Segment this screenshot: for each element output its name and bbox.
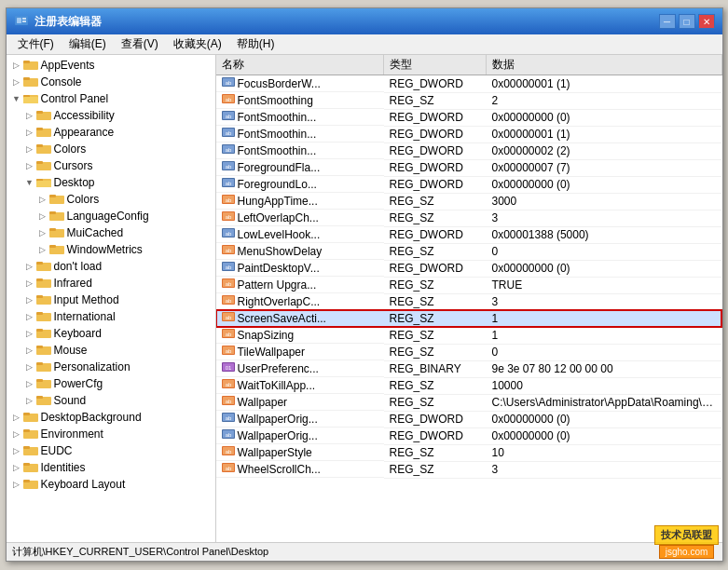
tree-item-appearance[interactable]: ▷ Appearance <box>7 124 215 141</box>
expander-languageconfig[interactable]: ▷ <box>36 210 49 223</box>
table-row[interactable]: abWallpaperStyleREG_SZ10 <box>216 444 722 461</box>
expander-international[interactable]: ▷ <box>23 310 36 323</box>
expander-appearance[interactable]: ▷ <box>23 126 36 139</box>
tree-item-eudc[interactable]: ▷ EUDC <box>7 442 215 459</box>
tree-item-colors[interactable]: ▷ Colors <box>7 141 215 157</box>
table-row[interactable]: abSnapSizingREG_SZ1 <box>216 327 722 344</box>
registry-values-panel[interactable]: 名称 类型 数据 abFocusBorderW...REG_DWORD0x000… <box>216 55 722 542</box>
col-type[interactable]: 类型 <box>384 55 487 75</box>
tree-item-controlpanel[interactable]: ▼ Control Panel <box>7 90 215 107</box>
expander-colors[interactable]: ▷ <box>23 142 36 156</box>
tree-item-international[interactable]: ▷ International <box>7 308 215 325</box>
table-row[interactable]: abMenuShowDelayREG_SZ0 <box>216 243 722 260</box>
expander-sound[interactable]: ▷ <box>23 394 36 407</box>
table-row[interactable]: abForegroundLo...REG_DWORD0x00000000 (0) <box>216 176 722 193</box>
expander-desktopcolors[interactable]: ▷ <box>36 193 49 206</box>
table-row[interactable]: abRightOverlapC...REG_SZ3 <box>216 293 722 310</box>
table-row[interactable]: abFocusBorderW...REG_DWORD0x00000001 (1) <box>216 75 722 93</box>
tree-item-powercfg[interactable]: ▷ PowerCfg <box>7 375 215 392</box>
table-row[interactable]: abWallpaperREG_SZC:\Users\Administrator\… <box>216 394 722 411</box>
tree-item-console[interactable]: ▷ Console <box>7 74 215 90</box>
reg-type: REG_SZ <box>384 293 487 310</box>
tree-item-muicached[interactable]: ▷ MuiCached <box>7 224 215 241</box>
expander-appevents[interactable]: ▷ <box>10 59 23 72</box>
expander-keyboardlayout[interactable]: ▷ <box>10 478 23 491</box>
col-name[interactable]: 名称 <box>216 55 384 75</box>
expander-environment[interactable]: ▷ <box>10 428 23 441</box>
expander-personalization[interactable]: ▷ <box>23 360 36 373</box>
table-row[interactable]: abWallpaperOrig...REG_DWORD0x00000000 (0… <box>216 411 722 428</box>
tree-item-desktop[interactable]: ▼ Desktop <box>7 174 215 191</box>
svg-rect-2 <box>22 18 26 20</box>
expander-muicached[interactable]: ▷ <box>36 226 49 239</box>
table-row[interactable]: abForegroundFla...REG_DWORD0x00000007 (7… <box>216 159 722 176</box>
table-row[interactable]: abScreenSaveActi...REG_SZ1 <box>216 310 722 327</box>
tree-item-sound[interactable]: ▷ Sound <box>7 392 215 409</box>
tree-item-inputmethod[interactable]: ▷ Input Method <box>7 292 215 308</box>
table-row[interactable]: 01UserPreferenc...REG_BINARY9e 3e 07 80 … <box>216 360 722 377</box>
close-button[interactable]: ✕ <box>698 14 715 29</box>
tree-item-keyboard[interactable]: ▷ Keyboard <box>7 325 215 342</box>
registry-tree[interactable]: ▷ AppEvents▷ Console▼ Control Panel▷ Acc… <box>7 55 216 542</box>
tree-item-languageconfig[interactable]: ▷ LanguageConfig <box>7 208 215 224</box>
tree-item-desktopcolors[interactable]: ▷ Colors <box>7 191 215 208</box>
tree-item-cursors[interactable]: ▷ Cursors <box>7 157 215 174</box>
expander-accessibility[interactable]: ▷ <box>23 109 36 122</box>
tree-item-identities[interactable]: ▷ Identities <box>7 459 215 476</box>
table-row[interactable]: abWheelScrollCh...REG_SZ3 <box>216 461 722 478</box>
tree-label-languageconfig: LanguageConfig <box>67 210 149 223</box>
table-row[interactable]: abHungAppTime...REG_SZ3000 <box>216 193 722 210</box>
table-row[interactable]: abWallpaperOrig...REG_DWORD0x00000000 (0… <box>216 428 722 444</box>
table-row[interactable]: abLowLevelHook...REG_DWORD0x00001388 (50… <box>216 226 722 243</box>
menu-view[interactable]: 查看(V) <box>114 34 166 54</box>
table-row[interactable]: abWaitToKillApp...REG_SZ10000 <box>216 377 722 394</box>
tree-item-personalization[interactable]: ▷ Personalization <box>7 359 215 375</box>
table-row[interactable]: abLeftOverlapCh...REG_SZ3 <box>216 210 722 226</box>
expander-eudc[interactable]: ▷ <box>10 444 23 457</box>
reg-data: 0x00000000 (0) <box>487 109 722 126</box>
reg-type: REG_DWORD <box>384 428 487 444</box>
expander-keyboard[interactable]: ▷ <box>23 327 36 340</box>
expander-powercfg[interactable]: ▷ <box>23 377 36 390</box>
minimize-button[interactable]: ─ <box>659 14 676 29</box>
expander-dontload[interactable]: ▷ <box>23 260 36 273</box>
svg-rect-51 <box>23 429 30 432</box>
expander-windowmetrics[interactable]: ▷ <box>36 243 49 256</box>
tree-item-windowmetrics[interactable]: ▷ WindowMetrics <box>7 241 215 258</box>
menu-edit[interactable]: 编辑(E) <box>62 34 114 54</box>
svg-rect-55 <box>23 463 30 466</box>
tree-item-dontload[interactable]: ▷ don't load <box>7 258 215 275</box>
expander-infrared[interactable]: ▷ <box>23 277 36 290</box>
maximize-button[interactable]: □ <box>679 14 695 29</box>
expander-inputmethod[interactable]: ▷ <box>23 293 36 306</box>
menu-help[interactable]: 帮助(H) <box>229 34 282 54</box>
expander-console[interactable]: ▷ <box>10 75 23 88</box>
tree-item-environment[interactable]: ▷ Environment <box>7 426 215 442</box>
menu-favorites[interactable]: 收藏夹(A) <box>166 34 229 54</box>
reg-icon: ab <box>222 76 235 90</box>
table-row[interactable]: abFontSmoothin...REG_DWORD0x00000000 (0) <box>216 109 722 126</box>
expander-desktop[interactable]: ▼ <box>23 176 36 189</box>
table-row[interactable]: abTileWallpaperREG_SZ0 <box>216 344 722 360</box>
tree-item-mouse[interactable]: ▷ Mouse <box>7 342 215 359</box>
expander-mouse[interactable]: ▷ <box>23 344 36 357</box>
tree-item-appevents[interactable]: ▷ AppEvents <box>7 57 215 74</box>
col-data[interactable]: 数据 <box>487 55 722 75</box>
table-row[interactable]: abFontSmoothin...REG_DWORD0x00000001 (1) <box>216 126 722 142</box>
table-row[interactable]: abFontSmoothin...REG_DWORD0x00000002 (2) <box>216 142 722 159</box>
table-row[interactable]: abPattern Upgra...REG_SZTRUE <box>216 277 722 293</box>
tree-label-infrared: Infrared <box>54 277 92 290</box>
table-row[interactable]: abFontSmoothingREG_SZ2 <box>216 92 722 109</box>
tree-item-infrared[interactable]: ▷ Infrared <box>7 275 215 292</box>
expander-identities[interactable]: ▷ <box>10 461 23 474</box>
expander-cursors[interactable]: ▷ <box>23 159 36 172</box>
tree-item-accessibility[interactable]: ▷ Accessibility <box>7 107 215 124</box>
expander-desktopbg[interactable]: ▷ <box>10 411 23 424</box>
expander-controlpanel[interactable]: ▼ <box>10 92 23 105</box>
table-row[interactable]: abPaintDesktopV...REG_DWORD0x00000000 (0… <box>216 260 722 277</box>
folder-icon-appevents <box>23 59 38 72</box>
tree-item-desktopbg[interactable]: ▷ DesktopBackground <box>7 409 215 426</box>
tree-item-keyboardlayout[interactable]: ▷ Keyboard Layout <box>7 476 215 493</box>
tree-label-powercfg: PowerCfg <box>54 377 103 390</box>
menu-file[interactable]: 文件(F) <box>10 34 62 54</box>
